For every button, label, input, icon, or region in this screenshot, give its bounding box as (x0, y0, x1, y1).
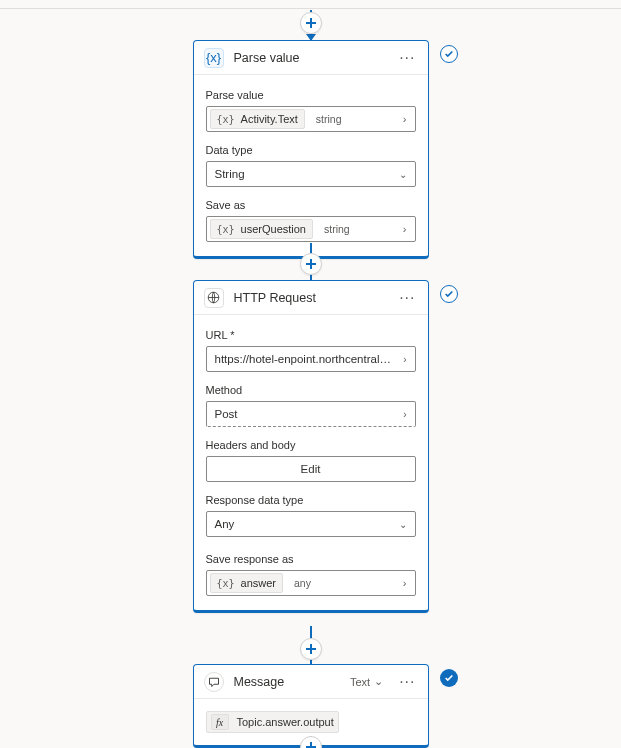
status-badge-incomplete (440, 45, 458, 63)
more-menu-button[interactable]: ··· (397, 289, 417, 307)
message-subtype-select[interactable]: Text ⌄ (350, 675, 383, 688)
select-value: Any (215, 518, 235, 530)
more-menu-button[interactable]: ··· (397, 673, 417, 691)
node-title: Message (234, 675, 285, 689)
node-title: Parse value (234, 51, 300, 65)
token-label: userQuestion (241, 223, 306, 235)
url-value: https://hotel-enpoint.northcentralus.inf… (215, 353, 395, 365)
field-label: Headers and body (206, 439, 416, 451)
status-badge-complete (440, 669, 458, 687)
field-label: Data type (206, 144, 416, 156)
more-menu-button[interactable]: ··· (397, 49, 417, 67)
node-title: HTTP Request (234, 291, 316, 305)
chevron-right-icon: › (403, 354, 406, 365)
field-label: Response data type (206, 494, 416, 506)
field-label: Save as (206, 199, 416, 211)
button-label: Edit (301, 463, 321, 475)
token-label: answer (241, 577, 276, 589)
chevron-down-icon: ⌄ (399, 519, 407, 530)
chevron-right-icon: › (403, 223, 407, 235)
status-badge-incomplete (440, 285, 458, 303)
select-value: String (215, 168, 245, 180)
token-label: Activity.Text (241, 113, 298, 125)
field-label: Save response as (206, 553, 416, 565)
message-expression-chip[interactable]: fx Topic.answer.output (206, 711, 339, 733)
field-label: URL * (206, 329, 416, 341)
add-node-button-3[interactable] (300, 638, 322, 660)
save-response-input[interactable]: {x} answer any › (206, 570, 416, 596)
add-node-button-1[interactable] (300, 12, 322, 34)
select-value: Post (215, 408, 238, 420)
chevron-right-icon: › (403, 577, 407, 589)
chevron-down-icon: ⌄ (374, 675, 383, 688)
field-label: Parse value (206, 89, 416, 101)
method-select[interactable]: Post › (206, 401, 416, 427)
variable-icon: {x} (217, 114, 235, 125)
chevron-right-icon: › (403, 409, 406, 420)
token-type: any (294, 577, 311, 589)
node-parse-value[interactable]: {x} Parse value ··· Parse value {x} Acti… (193, 40, 429, 259)
add-node-button-2[interactable] (300, 253, 322, 275)
data-type-select[interactable]: String ⌄ (206, 161, 416, 187)
fx-icon: fx (211, 714, 229, 730)
chevron-right-icon: › (403, 113, 407, 125)
response-type-select[interactable]: Any ⌄ (206, 511, 416, 537)
variable-icon: {x} (217, 578, 235, 589)
expression-text: Topic.answer.output (237, 716, 334, 728)
token-type: string (316, 113, 342, 125)
subtype-label: Text (350, 676, 370, 688)
variable-icon: {x} (217, 224, 235, 235)
node-http-request[interactable]: HTTP Request ··· URL * https://hotel-enp… (193, 280, 429, 613)
field-label: Method (206, 384, 416, 396)
save-as-input[interactable]: {x} userQuestion string › (206, 216, 416, 242)
edit-headers-button[interactable]: Edit (206, 456, 416, 482)
globe-icon (204, 288, 224, 308)
parse-value-input[interactable]: {x} Activity.Text string › (206, 106, 416, 132)
message-icon (204, 672, 224, 692)
url-input[interactable]: https://hotel-enpoint.northcentralus.inf… (206, 346, 416, 372)
chevron-down-icon: ⌄ (399, 169, 407, 180)
variable-icon: {x} (204, 48, 224, 68)
token-type: string (324, 223, 350, 235)
